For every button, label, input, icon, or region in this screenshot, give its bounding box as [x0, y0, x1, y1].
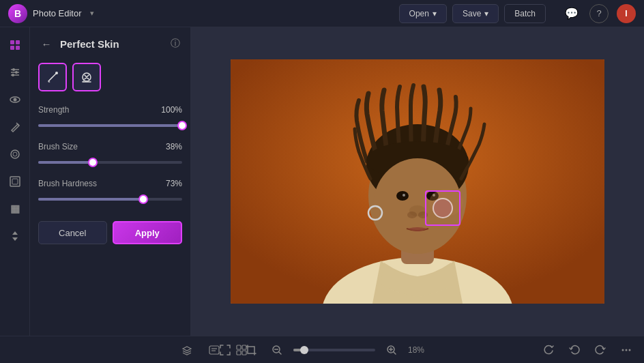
svg-marker-16 — [12, 231, 18, 235]
sidebar-item-retouch[interactable] — [3, 115, 27, 139]
strength-slider-group: Strength 100% — [38, 105, 182, 132]
svg-line-45 — [279, 352, 281, 354]
bottom-left-icons — [177, 340, 251, 360]
info-button[interactable]: ⓘ — [169, 37, 182, 50]
open-button[interactable]: Open ▾ — [399, 4, 447, 23]
apply-button[interactable]: Apply — [113, 221, 183, 244]
svg-point-7 — [15, 71, 18, 74]
user-avatar[interactable]: I — [617, 4, 636, 23]
sidebar-item-text[interactable]: ▦ — [3, 197, 27, 221]
zoom-in-button[interactable] — [382, 340, 401, 360]
brush-erase-button[interactable] — [72, 63, 101, 91]
brush-paint-button[interactable] — [38, 63, 67, 91]
svg-rect-42 — [242, 351, 246, 355]
svg-point-29 — [402, 194, 405, 197]
sidebar-item-adjustments[interactable] — [3, 60, 27, 85]
tool-panel: ← Perfect Skin ⓘ — [30, 27, 191, 336]
brush-size-slider[interactable] — [38, 156, 182, 169]
action-buttons: Cancel Apply — [38, 221, 182, 244]
topbar: B Photo Editor ▾ Open ▾ Save ▾ Batch 💬 ?… — [0, 0, 644, 27]
canvas-area[interactable] — [191, 27, 644, 336]
svg-rect-15 — [12, 179, 18, 184]
svg-rect-14 — [10, 177, 20, 186]
sidebar-item-home[interactable] — [3, 33, 27, 57]
brush-hardness-label: Brush Hardness — [38, 179, 97, 188]
svg-rect-39 — [237, 345, 241, 349]
svg-rect-0 — [10, 40, 14, 44]
redo-button[interactable] — [591, 340, 610, 360]
app-title-chevron[interactable]: ▾ — [90, 9, 94, 18]
svg-line-49 — [394, 352, 396, 354]
layers-icon-btn[interactable] — [177, 340, 196, 360]
more-button[interactable] — [617, 340, 636, 360]
svg-point-32 — [407, 212, 417, 218]
topbar-right: 💬 ? I — [562, 4, 636, 23]
brush-hardness-value: 73% — [166, 179, 182, 188]
zoom-value: 18% — [408, 345, 428, 355]
tool-panel-title: Perfect Skin — [60, 38, 163, 50]
svg-point-51 — [626, 349, 628, 351]
zoom-out-button[interactable] — [267, 340, 287, 360]
svg-rect-2 — [10, 46, 14, 50]
bottom-bar: 18% — [0, 336, 644, 363]
svg-point-33 — [418, 212, 428, 218]
svg-rect-41 — [237, 351, 241, 355]
svg-point-11 — [13, 98, 16, 102]
undo-button[interactable] — [565, 340, 584, 360]
brush-size-value: 38% — [166, 142, 182, 151]
app-logo: B — [8, 4, 27, 23]
sidebar-item-effects[interactable] — [3, 142, 27, 166]
svg-point-18 — [55, 72, 58, 74]
svg-point-35 — [429, 189, 463, 216]
photo-background — [231, 59, 604, 304]
svg-rect-3 — [16, 46, 20, 50]
svg-point-27 — [396, 191, 409, 201]
svg-point-12 — [11, 150, 19, 158]
svg-point-5 — [12, 68, 15, 71]
back-button[interactable]: ← — [38, 35, 55, 52]
tool-panel-header: ← Perfect Skin ⓘ — [38, 35, 182, 52]
brush-hardness-slider[interactable] — [38, 192, 182, 206]
svg-point-13 — [13, 152, 17, 156]
strength-value: 100% — [161, 105, 182, 115]
rotate-cw-button[interactable] — [539, 340, 558, 360]
brush-hardness-slider-group: Brush Hardness 73% — [38, 179, 182, 206]
message-icon-btn[interactable]: 💬 — [562, 4, 581, 23]
strength-slider[interactable] — [38, 119, 182, 132]
zoom-slider-track[interactable] — [293, 349, 375, 351]
svg-marker-17 — [12, 237, 18, 241]
brush-size-slider-group: Brush Size 38% — [38, 142, 182, 169]
svg-point-9 — [12, 74, 14, 76]
svg-point-52 — [629, 349, 631, 351]
sidebar-item-frames[interactable] — [3, 169, 27, 194]
app-title: Photo Editor — [33, 8, 82, 18]
brush-size-label: Brush Size — [38, 142, 78, 151]
svg-rect-36 — [209, 346, 219, 354]
icon-sidebar: ▦ — [0, 27, 30, 336]
photo-container — [231, 59, 604, 304]
sidebar-item-more[interactable] — [3, 224, 27, 248]
bottom-right-icons — [539, 340, 636, 360]
brush-modes — [38, 63, 182, 91]
sidebar-item-view[interactable] — [3, 87, 27, 112]
history-icon-btn[interactable] — [205, 340, 224, 360]
svg-point-50 — [622, 349, 624, 351]
strength-label: Strength — [38, 105, 69, 115]
main-area: ▦ ← Perfect Skin ⓘ — [0, 27, 644, 336]
svg-rect-1 — [16, 40, 20, 44]
cancel-button[interactable]: Cancel — [38, 221, 107, 244]
help-icon-btn[interactable]: ? — [589, 4, 609, 23]
batch-button[interactable]: Batch — [504, 4, 546, 23]
grid-icon-btn[interactable] — [232, 340, 251, 360]
svg-rect-40 — [242, 345, 246, 349]
save-button[interactable]: Save ▾ — [452, 4, 499, 23]
